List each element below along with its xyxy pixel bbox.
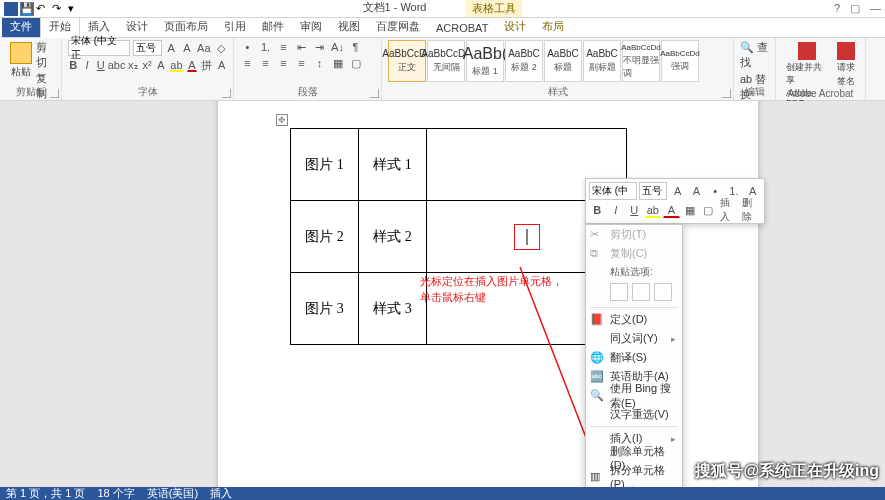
help-icon[interactable]: ? bbox=[834, 2, 840, 15]
indent-inc-icon[interactable]: ⇥ bbox=[312, 40, 327, 54]
menu-reconvert[interactable]: 汉字重选(V) bbox=[586, 405, 682, 424]
superscript-icon[interactable]: x² bbox=[142, 58, 153, 72]
tab-baidu[interactable]: 百度网盘 bbox=[368, 16, 428, 37]
indent-dec-icon[interactable]: ⇤ bbox=[294, 40, 309, 54]
dialog-launcher-icon[interactable] bbox=[722, 89, 731, 98]
document-table[interactable]: 图片 1 样式 1 图片 2 样式 2 图片 3 样式 3 bbox=[290, 128, 627, 345]
table-cell[interactable]: 样式 2 bbox=[359, 201, 427, 273]
status-word-count[interactable]: 18 个字 bbox=[97, 486, 134, 500]
align-center-icon[interactable]: ≡ bbox=[258, 56, 273, 70]
shrink-font-icon[interactable]: A bbox=[688, 183, 705, 199]
tab-references[interactable]: 引用 bbox=[216, 16, 254, 37]
multilevel-icon[interactable]: ≡ bbox=[276, 40, 291, 54]
shading-icon[interactable]: ▦ bbox=[682, 202, 699, 218]
acrobat-create-button[interactable]: 创建并共享Adobe PDF bbox=[782, 40, 831, 110]
redo-icon[interactable]: ↷ bbox=[52, 2, 66, 16]
dialog-launcher-icon[interactable] bbox=[370, 89, 379, 98]
highlight-icon[interactable]: ab bbox=[169, 58, 183, 72]
style-无间隔[interactable]: AaBbCcDd无间隔 bbox=[427, 40, 465, 82]
table-cell[interactable]: 图片 1 bbox=[291, 129, 359, 201]
underline-icon[interactable]: U bbox=[95, 58, 106, 72]
tab-layout[interactable]: 页面布局 bbox=[156, 16, 216, 37]
tab-file[interactable]: 文件 bbox=[2, 16, 40, 37]
sort-icon[interactable]: A↓ bbox=[330, 40, 345, 54]
paste-merge-icon[interactable] bbox=[632, 283, 650, 301]
highlight-icon[interactable]: ab bbox=[645, 202, 662, 218]
grow-font-icon[interactable]: A bbox=[165, 41, 178, 55]
mini-size-select[interactable]: 五号 bbox=[639, 182, 667, 200]
table-cell[interactable]: 图片 3 bbox=[291, 273, 359, 345]
tab-table-layout[interactable]: 布局 bbox=[534, 16, 572, 37]
line-spacing-icon[interactable]: ↕ bbox=[312, 56, 327, 70]
subscript-icon[interactable]: x₂ bbox=[127, 58, 139, 72]
paste-text-icon[interactable] bbox=[654, 283, 672, 301]
font-color-icon[interactable]: A bbox=[663, 202, 680, 218]
style-标题 2[interactable]: AaBbC标题 2 bbox=[505, 40, 543, 82]
font-name-select[interactable]: 宋体 (中文正 bbox=[68, 40, 130, 56]
underline-icon[interactable]: U bbox=[626, 202, 643, 218]
bold-icon[interactable]: B bbox=[68, 58, 79, 72]
shading-icon[interactable]: ▦ bbox=[330, 56, 345, 70]
bullets-icon[interactable]: • bbox=[240, 40, 255, 54]
style-标题[interactable]: AaBbC标题 bbox=[544, 40, 582, 82]
style-强调[interactable]: AaBbCcDd强调 bbox=[661, 40, 699, 82]
find-button[interactable]: 🔍 查找 bbox=[740, 40, 769, 70]
tab-table-design[interactable]: 设计 bbox=[496, 16, 534, 37]
borders-icon[interactable]: ▢ bbox=[700, 202, 717, 218]
tab-view[interactable]: 视图 bbox=[330, 16, 368, 37]
font-color-icon[interactable]: A bbox=[187, 58, 198, 72]
style-不明显强调[interactable]: AaBbCcDd不明显强调 bbox=[622, 40, 660, 82]
save-icon[interactable]: 💾 bbox=[20, 2, 34, 16]
italic-icon[interactable]: I bbox=[82, 58, 93, 72]
paste-keep-source-icon[interactable] bbox=[610, 283, 628, 301]
menu-split-cells[interactable]: ▥拆分单元格(P)... bbox=[586, 467, 682, 486]
menu-copy[interactable]: ⧉复制(C) bbox=[586, 244, 682, 263]
style-副标题[interactable]: AaBbC副标题 bbox=[583, 40, 621, 82]
cut-button[interactable]: 剪切 bbox=[36, 40, 55, 70]
dialog-launcher-icon[interactable] bbox=[50, 89, 59, 98]
table-cell[interactable]: 图片 2 bbox=[291, 201, 359, 273]
menu-synonym[interactable]: 同义词(Y)▸ bbox=[586, 329, 682, 348]
ribbon-options-icon[interactable]: ▢ bbox=[850, 2, 860, 15]
grow-font-icon[interactable]: A bbox=[669, 183, 686, 199]
status-insert-mode[interactable]: 插入 bbox=[210, 486, 232, 500]
table-cell[interactable]: 样式 1 bbox=[359, 129, 427, 201]
italic-icon[interactable]: I bbox=[608, 202, 625, 218]
tab-review[interactable]: 审阅 bbox=[292, 16, 330, 37]
style-标题 1[interactable]: AaBb(标题 1 bbox=[466, 40, 504, 82]
phonetic-icon[interactable]: 拼 bbox=[200, 58, 213, 72]
menu-translate[interactable]: 🌐翻译(S) bbox=[586, 348, 682, 367]
table-move-handle[interactable]: ✥ bbox=[276, 114, 288, 126]
align-left-icon[interactable]: ≡ bbox=[240, 56, 255, 70]
align-justify-icon[interactable]: ≡ bbox=[294, 56, 309, 70]
numbering-icon[interactable]: 1. bbox=[258, 40, 273, 54]
align-right-icon[interactable]: ≡ bbox=[276, 56, 291, 70]
undo-icon[interactable]: ↶ bbox=[36, 2, 50, 16]
menu-define[interactable]: 📕定义(D) bbox=[586, 310, 682, 329]
tab-acrobat[interactable]: ACROBAT bbox=[428, 19, 496, 37]
show-marks-icon[interactable]: ¶ bbox=[348, 40, 363, 54]
clear-format-icon[interactable]: ◇ bbox=[214, 41, 227, 55]
menu-cut[interactable]: ✂剪切(T) bbox=[586, 225, 682, 244]
style-正文[interactable]: AaBbCcDd正文 bbox=[388, 40, 426, 82]
text-effect-icon[interactable]: A bbox=[156, 58, 167, 72]
status-language[interactable]: 英语(美国) bbox=[147, 486, 198, 500]
insert-button[interactable]: 插入 bbox=[719, 202, 739, 218]
delete-button[interactable]: 删除 bbox=[741, 202, 761, 218]
table-cell[interactable]: 样式 3 bbox=[359, 273, 427, 345]
document-area[interactable]: ✥ 图片 1 样式 1 图片 2 样式 2 图片 3 样式 bbox=[0, 101, 885, 487]
font-size-select[interactable]: 五号 bbox=[133, 40, 162, 56]
change-case-icon[interactable]: Aa bbox=[196, 41, 211, 55]
mini-font-select[interactable]: 宋体 (中 bbox=[589, 182, 637, 200]
char-border-icon[interactable]: A bbox=[216, 58, 227, 72]
dialog-launcher-icon[interactable] bbox=[222, 89, 231, 98]
strike-icon[interactable]: abc bbox=[109, 58, 124, 72]
bold-icon[interactable]: B bbox=[589, 202, 606, 218]
borders-icon[interactable]: ▢ bbox=[348, 56, 363, 70]
customize-qat-icon[interactable]: ▾ bbox=[68, 2, 82, 16]
status-page[interactable]: 第 1 页，共 1 页 bbox=[6, 486, 85, 500]
menu-bing-search[interactable]: 🔍使用 Bing 搜索(E) bbox=[586, 386, 682, 405]
shrink-font-icon[interactable]: A bbox=[181, 41, 194, 55]
minimize-icon[interactable]: — bbox=[870, 2, 881, 15]
acrobat-sign-button[interactable]: 请求签名 bbox=[833, 40, 859, 110]
